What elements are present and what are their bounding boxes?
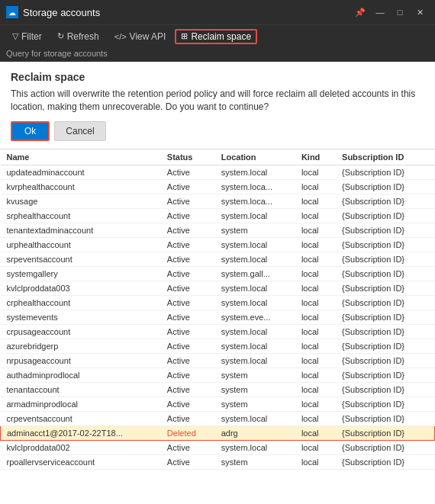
cell-location: system — [215, 223, 295, 237]
table-row[interactable]: kvlclproddata003 Active system.local loc… — [1, 281, 435, 295]
table-row[interactable]: adminacct1@2017-02-22T18... Deleted adrg… — [1, 425, 435, 440]
cell-status: Active — [161, 324, 215, 339]
cell-subscription: {Subscription ID} — [336, 281, 434, 295]
cell-location: system.loca... — [215, 194, 295, 208]
cell-name: crpusageaccount — [1, 324, 161, 339]
table-row[interactable]: srphealthaccount Active system.local loc… — [1, 208, 435, 223]
cell-subscription: {Subscription ID} — [336, 339, 434, 353]
cancel-button[interactable]: Cancel — [54, 121, 105, 141]
view-api-button[interactable]: </> View API — [108, 29, 172, 44]
cell-name: kvlclproddata002 — [1, 440, 161, 454]
app-icon: ☁ — [6, 6, 18, 18]
cell-location: system.loca... — [215, 179, 295, 194]
table-row[interactable]: crphealthaccount Active system.local loc… — [1, 295, 435, 310]
reclaim-actions: Ok Cancel — [11, 121, 424, 141]
table-row[interactable]: crpeventsaccount Active system.local loc… — [1, 411, 435, 425]
cell-kind: local — [295, 194, 336, 208]
reclaim-title: Reclaim space — [11, 71, 424, 83]
cell-location: system.local — [215, 237, 295, 252]
cell-name: kvusage — [1, 194, 161, 208]
cell-location: system.local — [215, 411, 295, 425]
table-row[interactable]: kvlclproddata002 Active system.local loc… — [1, 440, 435, 454]
cell-location: system.local — [215, 324, 295, 339]
cell-name: nrpusageaccount — [1, 353, 161, 368]
main-content: Reclaim space This action will overwrite… — [0, 62, 435, 504]
cell-kind: local — [295, 339, 336, 353]
cell-subscription: {Subscription ID} — [336, 165, 434, 179]
cell-location: system.local — [215, 295, 295, 310]
table-row[interactable]: systemgallery Active system.gall... loca… — [1, 266, 435, 281]
cell-name: tenantaccount — [1, 382, 161, 396]
maximize-button[interactable]: □ — [391, 5, 409, 20]
cell-status: Active — [161, 165, 215, 179]
table-row[interactable]: kvrphealthaccount Active system.loca... … — [1, 179, 435, 194]
table-header-row: Name Status Location Kind Subscription I… — [1, 149, 435, 165]
ok-button[interactable]: Ok — [11, 121, 50, 141]
cell-name: srpeventsaccount — [1, 252, 161, 266]
cell-kind: local — [295, 252, 336, 266]
table-row[interactable]: updateadminaccount Active system.local l… — [1, 165, 435, 179]
table-row[interactable]: azurebridgerp Active system.local local … — [1, 339, 435, 353]
cell-status: Active — [161, 223, 215, 237]
table-row[interactable]: urphealthaccount Active system.local loc… — [1, 237, 435, 252]
table-row[interactable]: kvusage Active system.loca... local {Sub… — [1, 194, 435, 208]
table-row[interactable]: rpoallervserviceaccount Active system lo… — [1, 454, 435, 469]
col-header-location: Location — [215, 149, 295, 165]
cell-subscription: {Subscription ID} — [336, 353, 434, 368]
table-row[interactable]: authadminprodlocal Active system local {… — [1, 368, 435, 382]
cell-subscription: {Subscription ID} — [336, 368, 434, 382]
table-container[interactable]: Name Status Location Kind Subscription I… — [0, 149, 435, 504]
cell-status: Active — [161, 252, 215, 266]
table-row[interactable]: tenantaccount Active system local {Subsc… — [1, 382, 435, 396]
cell-name: tenantextadminaccount — [1, 223, 161, 237]
cell-name: urphealthaccount — [1, 237, 161, 252]
page-subtitle: Query for storage accounts — [0, 47, 435, 62]
api-icon: </> — [114, 32, 127, 41]
table-row[interactable]: nrpusageaccount Active system.local loca… — [1, 353, 435, 368]
refresh-icon: ↻ — [57, 31, 64, 41]
cell-status: Active — [161, 339, 215, 353]
cell-name: updateadminaccount — [1, 165, 161, 179]
cell-subscription: {Subscription ID} — [336, 194, 434, 208]
cell-status: Active — [161, 266, 215, 281]
cell-kind: local — [295, 440, 336, 454]
refresh-button[interactable]: ↻ Refresh — [51, 29, 105, 44]
table-row[interactable]: tenantextadminaccount Active system loca… — [1, 223, 435, 237]
cell-name: azurebridgerp — [1, 339, 161, 353]
cell-subscription: {Subscription ID} — [336, 237, 434, 252]
cell-subscription: {Subscription ID} — [336, 382, 434, 396]
toolbar: ▽ Filter ↻ Refresh </> View API ⊞ Reclai… — [0, 24, 435, 47]
cell-status: Active — [161, 208, 215, 223]
table-row[interactable]: crpusageaccount Active system.local loca… — [1, 324, 435, 339]
cell-location: system — [215, 382, 295, 396]
storage-accounts-table: Name Status Location Kind Subscription I… — [0, 149, 435, 470]
cell-subscription: {Subscription ID} — [336, 179, 434, 194]
cell-status: Active — [161, 310, 215, 324]
reclaim-space-button[interactable]: ⊞ Reclaim space — [175, 29, 257, 44]
filter-button[interactable]: ▽ Filter — [6, 29, 48, 44]
cell-status: Active — [161, 237, 215, 252]
cell-kind: local — [295, 237, 336, 252]
reclaim-panel: Reclaim space This action will overwrite… — [0, 62, 435, 149]
minimize-button[interactable]: — — [371, 5, 389, 20]
table-row[interactable]: systemevents Active system.eve... local … — [1, 310, 435, 324]
cell-status: Active — [161, 353, 215, 368]
cell-kind: local — [295, 310, 336, 324]
pin-button[interactable]: 📌 — [351, 5, 369, 20]
cell-status: Active — [161, 440, 215, 454]
cell-location: system.local — [215, 165, 295, 179]
cell-status: Active — [161, 281, 215, 295]
cell-subscription: {Subscription ID} — [336, 310, 434, 324]
cell-name: systemgallery — [1, 266, 161, 281]
cell-name: crpeventsaccount — [1, 411, 161, 425]
cell-location: system.local — [215, 353, 295, 368]
table-row[interactable]: armadminprodlocal Active system local {S… — [1, 396, 435, 411]
cell-name: systemevents — [1, 310, 161, 324]
cell-subscription: {Subscription ID} — [336, 266, 434, 281]
table-row[interactable]: srpeventsaccount Active system.local loc… — [1, 252, 435, 266]
cell-location: system.local — [215, 281, 295, 295]
close-button[interactable]: ✕ — [411, 5, 429, 20]
cell-location: system.eve... — [215, 310, 295, 324]
cell-subscription: {Subscription ID} — [336, 396, 434, 411]
cell-status: Active — [161, 396, 215, 411]
